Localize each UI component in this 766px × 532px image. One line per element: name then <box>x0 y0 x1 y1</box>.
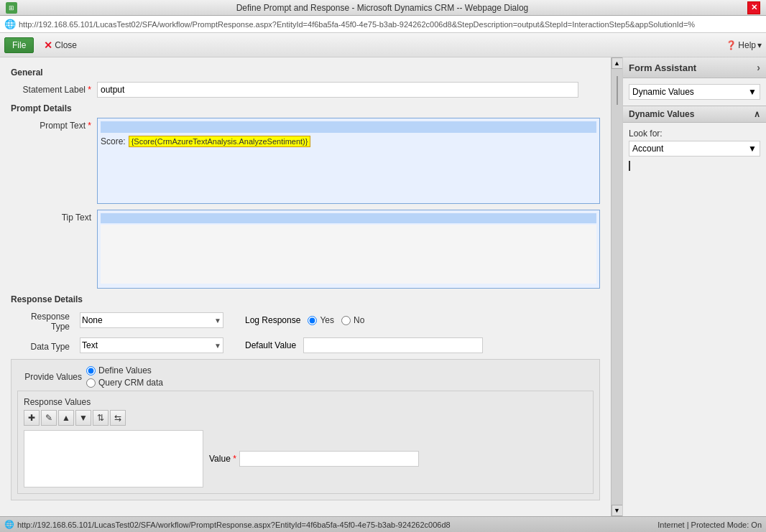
response-type-label: Response Type <box>11 309 75 332</box>
tip-body <box>101 225 596 284</box>
window-title: Define Prompt and Response - Microsoft D… <box>17 3 747 13</box>
help-button[interactable]: ❓ Help ▾ <box>726 40 762 50</box>
data-type-row: Data Type Text ▼ Default Value <box>11 337 600 353</box>
prompt-text-area[interactable]: Score: {Score(CrmAzureTextAnalysis.Analy… <box>97 118 600 204</box>
log-response-label: Log Response <box>245 315 300 325</box>
main-scrollbar[interactable]: ▲ ▼ <box>611 57 622 516</box>
scroll-down-button[interactable]: ▼ <box>612 505 623 516</box>
form-assistant-sidebar: Form Assistant › Dynamic Values ▼ Dynami… <box>622 57 766 516</box>
value-label: Value * <box>209 454 236 464</box>
move-up-button[interactable]: ▲ <box>58 410 74 426</box>
sort-desc-button[interactable]: ⇆ <box>110 410 126 426</box>
collapse-icon[interactable]: ∧ <box>754 109 760 119</box>
prompt-text-label: Prompt Text * <box>11 118 97 131</box>
status-zone: Internet | Protected Mode: On <box>657 521 762 529</box>
status-bar: 🌐 http://192.168.65.101/LucasTest02/SFA/… <box>0 516 766 532</box>
query-crm-label: Query CRM data <box>98 378 163 388</box>
window-icon: ⊞ <box>6 2 17 14</box>
file-button[interactable]: File <box>4 37 34 53</box>
define-values-group: Define Values <box>86 365 163 375</box>
default-value-label: Default Value <box>245 340 296 350</box>
tip-text-area[interactable] <box>97 210 600 289</box>
prompt-highlight <box>101 121 596 133</box>
scroll-thumb[interactable] <box>617 76 618 105</box>
tip-highlight <box>101 213 596 223</box>
default-value-input[interactable] <box>303 337 483 353</box>
prompt-text-content: Score: {Score(CrmAzureTextAnalysis.Analy… <box>101 136 596 147</box>
cursor-indicator-container <box>629 161 760 173</box>
close-window-button[interactable]: ✕ <box>747 1 760 14</box>
log-yes-radio[interactable] <box>308 316 317 325</box>
address-bar: 🌐 http://192.168.65.101/LucasTest02/SFA/… <box>0 16 766 33</box>
dropdown-arrow: ▼ <box>748 87 757 97</box>
log-no-group: No <box>341 315 364 325</box>
provide-values-label: Provide Values <box>17 372 82 382</box>
url-text: http://192.168.65.101/LucasTest02/SFA/wo… <box>19 20 695 29</box>
look-for-label: Look for: <box>629 129 760 139</box>
main-content: General Statement Label * Prompt Details… <box>0 57 766 516</box>
response-type-arrow: ▼ <box>214 317 221 325</box>
query-crm-radio[interactable] <box>86 378 96 388</box>
tip-text-input-container[interactable] <box>97 210 600 289</box>
edit-button[interactable]: ✎ <box>41 410 57 426</box>
log-no-label: No <box>354 315 364 325</box>
toolbar: File ✕ Close ❓ Help ▾ <box>0 33 766 57</box>
dynamic-values-select[interactable]: Dynamic Values ▼ <box>629 84 760 100</box>
statement-label-row: Statement Label * <box>11 82 600 98</box>
globe-status-icon: 🌐 <box>4 520 14 529</box>
statement-label-input-container <box>97 82 600 98</box>
scroll-track[interactable] <box>617 69 618 505</box>
prompt-details-header: Prompt Details <box>11 103 600 113</box>
sidebar-header: Form Assistant › <box>623 57 766 78</box>
sort-asc-button[interactable]: ⇅ <box>93 410 109 426</box>
log-yes-label: Yes <box>320 315 334 325</box>
sidebar-content: Dynamic Values ▼ Dynamic Values ∧ Look f… <box>623 78 766 179</box>
browser-icon: 🌐 <box>4 19 16 29</box>
value-row: Value * <box>24 430 587 487</box>
help-icon: ❓ <box>726 40 737 50</box>
form-area: General Statement Label * Prompt Details… <box>0 57 611 516</box>
cursor-indicator <box>629 161 635 171</box>
add-button[interactable]: ✚ <box>24 410 40 426</box>
close-button[interactable]: ✕ Close <box>38 37 83 53</box>
tip-text-row: Tip Text <box>11 210 600 289</box>
move-down-button[interactable]: ▼ <box>75 410 91 426</box>
response-details-header: Response Details <box>11 294 600 304</box>
general-header: General <box>11 67 600 78</box>
log-no-radio[interactable] <box>341 316 351 325</box>
response-values-section: Response Values ✚ ✎ ▲ ▼ ⇅ ⇆ Value * <box>17 391 594 494</box>
response-type-select[interactable]: None ▼ <box>80 312 223 328</box>
response-values-list[interactable] <box>24 430 203 487</box>
sidebar-title: Form Assistant <box>629 62 696 73</box>
statement-label-label: Statement Label * <box>11 82 97 95</box>
query-crm-group: Query CRM data <box>86 378 163 388</box>
statement-label-input[interactable] <box>97 82 578 98</box>
status-url: http://192.168.65.101/LucasTest02/SFA/wo… <box>17 521 451 529</box>
dynamic-values-header: Dynamic Values ∧ <box>623 106 766 123</box>
define-values-radio[interactable] <box>86 366 96 375</box>
prompt-tag: {Score(CrmAzureTextAnalysis.AnalyzeSenti… <box>129 136 311 147</box>
data-type-arrow: ▼ <box>214 342 221 350</box>
mini-toolbar: ✚ ✎ ▲ ▼ ⇅ ⇆ <box>24 410 587 426</box>
prompt-required-marker: * <box>88 121 91 131</box>
required-marker: * <box>88 85 91 95</box>
tip-text-label: Tip Text <box>11 210 97 223</box>
log-yes-group: Yes <box>308 315 334 325</box>
value-input[interactable] <box>239 451 419 467</box>
close-icon: ✕ <box>44 39 52 51</box>
data-type-label: Data Type <box>11 339 75 352</box>
response-values-label: Response Values <box>24 397 587 407</box>
look-for-arrow: ▼ <box>748 144 757 154</box>
scroll-up-button[interactable]: ▲ <box>612 57 623 69</box>
prompt-text-row: Prompt Text * Score: {Score(CrmAzureText… <box>11 118 600 204</box>
provide-values-section: Provide Values Define Values Query CRM d… <box>11 359 600 500</box>
title-bar: ⊞ Define Prompt and Response - Microsoft… <box>0 0 766 16</box>
define-values-label: Define Values <box>98 365 152 375</box>
prompt-text-input-container[interactable]: Score: {Score(CrmAzureTextAnalysis.Analy… <box>97 118 600 204</box>
sidebar-expand-icon[interactable]: › <box>757 62 760 73</box>
look-for-select[interactable]: Account ▼ <box>629 141 760 157</box>
response-type-row: Response Type None ▼ Log Response Yes No <box>11 309 600 332</box>
data-type-select[interactable]: Text ▼ <box>80 337 223 353</box>
